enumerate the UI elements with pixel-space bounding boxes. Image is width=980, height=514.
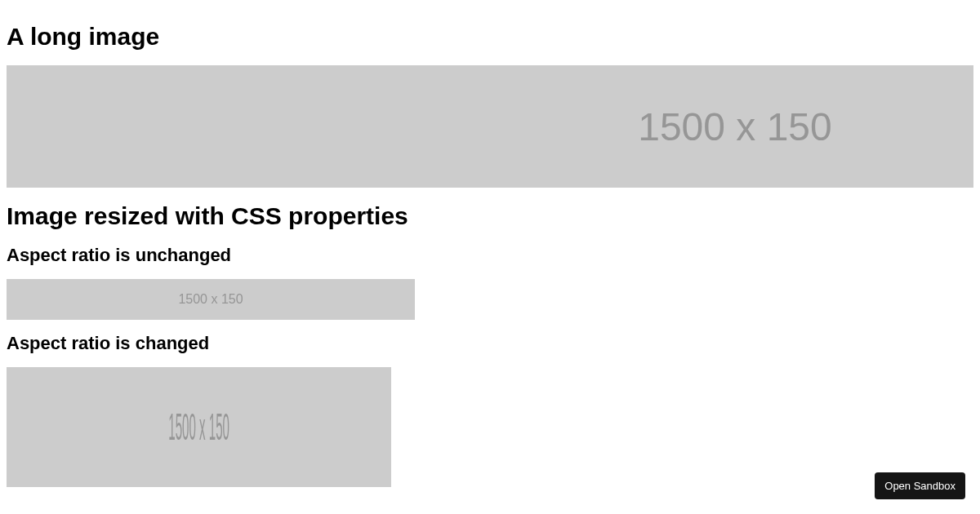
open-sandbox-button[interactable]: Open Sandbox — [875, 472, 965, 499]
heading-aspect-unchanged: Aspect ratio is unchanged — [7, 245, 973, 266]
placeholder-image-large: 1500 x 150 — [7, 65, 973, 188]
heading-aspect-changed: Aspect ratio is changed — [7, 333, 973, 354]
placeholder-text: 1500 x 150 — [168, 405, 229, 449]
heading-long-image: A long image — [7, 23, 973, 51]
heading-resized: Image resized with CSS properties — [7, 202, 973, 230]
placeholder-text: 1500 x 150 — [148, 104, 832, 149]
placeholder-text: 1500 x 150 — [178, 292, 243, 307]
placeholder-image-stretched: 1500 x 150 — [7, 367, 391, 487]
placeholder-image-small: 1500 x 150 — [7, 279, 415, 320]
